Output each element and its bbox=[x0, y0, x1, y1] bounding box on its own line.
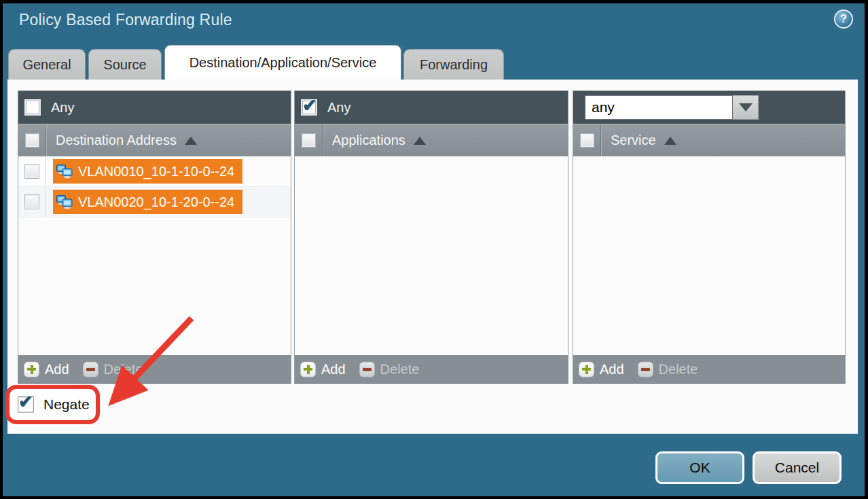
destination-any-checkbox[interactable] bbox=[24, 99, 41, 116]
applications-toolbar: Add Delete bbox=[295, 355, 568, 383]
delete-label: Delete bbox=[380, 362, 420, 377]
minus-icon bbox=[638, 362, 653, 377]
plus-icon bbox=[24, 362, 39, 377]
destination-column-header[interactable]: Destination Address bbox=[18, 124, 291, 156]
destination-select-all-checkbox[interactable] bbox=[25, 133, 39, 148]
address-object-chip[interactable]: VLAN0010_10-1-10-0--24 bbox=[53, 159, 242, 184]
address-object-chip[interactable]: VLAN0020_10-1-20-0--24 bbox=[53, 190, 242, 214]
applications-any-label: Any bbox=[327, 100, 350, 116]
negate-label: Negate bbox=[43, 396, 90, 413]
applications-column-label: Applications bbox=[332, 133, 405, 148]
dialog-title: Policy Based Forwarding Rule bbox=[19, 11, 232, 29]
sort-ascending-icon bbox=[414, 137, 426, 145]
tab-forwarding[interactable]: Forwarding bbox=[403, 49, 504, 80]
destination-column-label: Destination Address bbox=[56, 133, 177, 148]
service-dropdown-bar: any bbox=[573, 91, 845, 124]
negate-checkbox[interactable] bbox=[18, 396, 34, 413]
service-dropdown[interactable]: any bbox=[585, 95, 759, 120]
destination-toolbar: Add Delete bbox=[18, 355, 291, 383]
delete-button[interactable]: Delete bbox=[638, 362, 698, 377]
minus-icon bbox=[359, 362, 375, 377]
cancel-label: Cancel bbox=[775, 460, 819, 476]
add-button[interactable]: Add bbox=[24, 362, 69, 377]
destination-any-bar: Any bbox=[18, 91, 291, 124]
network-address-icon bbox=[56, 194, 73, 210]
sort-ascending-icon bbox=[185, 137, 197, 145]
table-row[interactable]: VLAN0020_10-1-20-0--24 bbox=[18, 187, 291, 218]
applications-list bbox=[295, 156, 568, 355]
delete-button[interactable]: Delete bbox=[359, 362, 420, 377]
tab-destination-application-service[interactable]: Destination/Application/Service bbox=[164, 45, 401, 80]
service-dropdown-value[interactable]: any bbox=[585, 95, 733, 120]
delete-button[interactable]: Delete bbox=[83, 362, 143, 377]
applications-panel: Any Applications Add Delete bbox=[294, 90, 568, 384]
help-icon[interactable] bbox=[834, 10, 853, 29]
add-button[interactable]: Add bbox=[579, 362, 624, 377]
minus-icon bbox=[83, 362, 98, 377]
destination-address-panel: Any Destination Address VLAN0010_10-1-10… bbox=[18, 90, 291, 384]
cancel-button[interactable]: Cancel bbox=[753, 451, 842, 484]
destination-list: VLAN0010_10-1-10-0--24 VLAN0020_10-1-20-… bbox=[18, 156, 291, 355]
tab-label: Destination/Application/Service bbox=[189, 55, 377, 71]
plus-icon bbox=[579, 362, 594, 377]
table-row[interactable]: VLAN0010_10-1-10-0--24 bbox=[18, 156, 291, 187]
network-address-icon bbox=[56, 163, 73, 179]
chevron-down-icon bbox=[739, 103, 753, 111]
service-toolbar: Add Delete bbox=[573, 355, 845, 383]
service-column-header[interactable]: Service bbox=[573, 124, 845, 156]
delete-label: Delete bbox=[659, 362, 698, 377]
delete-label: Delete bbox=[104, 362, 143, 377]
service-list bbox=[573, 156, 845, 355]
applications-select-all-checkbox[interactable] bbox=[302, 133, 316, 148]
tab-label: General bbox=[22, 57, 71, 73]
negate-annotation-highlight: Negate bbox=[5, 385, 100, 424]
tab-source[interactable]: Source bbox=[88, 49, 162, 80]
destination-any-label: Any bbox=[51, 100, 74, 116]
add-label: Add bbox=[45, 362, 69, 377]
ok-button[interactable]: OK bbox=[655, 451, 744, 484]
plus-icon bbox=[300, 362, 316, 377]
dropdown-button[interactable] bbox=[733, 95, 759, 120]
add-label: Add bbox=[600, 362, 624, 377]
add-button[interactable]: Add bbox=[300, 362, 346, 377]
tab-label: Source bbox=[103, 57, 146, 73]
tab-label: Forwarding bbox=[420, 57, 488, 73]
row-checkbox[interactable] bbox=[24, 194, 39, 209]
service-select-all-checkbox[interactable] bbox=[580, 133, 594, 148]
row-checkbox[interactable] bbox=[24, 164, 39, 179]
applications-any-checkbox[interactable] bbox=[301, 99, 317, 116]
applications-column-header[interactable]: Applications bbox=[295, 124, 568, 156]
address-object-label: VLAN0010_10-1-10-0--24 bbox=[78, 164, 234, 179]
service-column-label: Service bbox=[611, 133, 656, 148]
add-label: Add bbox=[321, 362, 346, 377]
service-panel: any Service Add Delete bbox=[573, 90, 846, 384]
tab-general[interactable]: General bbox=[8, 49, 86, 80]
ok-label: OK bbox=[689, 460, 710, 476]
applications-any-bar: Any bbox=[295, 91, 568, 124]
sort-ascending-icon bbox=[664, 137, 676, 145]
address-object-label: VLAN0020_10-1-20-0--24 bbox=[78, 194, 234, 210]
